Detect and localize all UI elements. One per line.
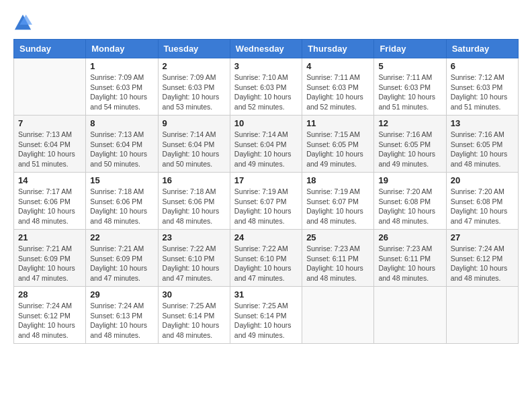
day-info: Sunrise: 7:19 AM Sunset: 6:07 PM Dayligh… bbox=[234, 187, 298, 226]
day-info: Sunrise: 7:11 AM Sunset: 6:03 PM Dayligh… bbox=[306, 73, 369, 112]
day-info: Sunrise: 7:14 AM Sunset: 6:04 PM Dayligh… bbox=[234, 130, 298, 169]
calendar-header-row: SundayMondayTuesdayWednesdayThursdayFrid… bbox=[14, 40, 519, 58]
calendar-cell bbox=[446, 287, 518, 344]
day-number: 26 bbox=[378, 232, 441, 242]
header-monday: Monday bbox=[86, 40, 158, 58]
day-number: 28 bbox=[18, 289, 81, 300]
day-number: 31 bbox=[234, 289, 298, 300]
calendar-cell: 5Sunrise: 7:11 AM Sunset: 6:03 PM Daylig… bbox=[374, 58, 446, 116]
calendar-cell: 6Sunrise: 7:12 AM Sunset: 6:03 PM Daylig… bbox=[446, 58, 518, 116]
day-info: Sunrise: 7:21 AM Sunset: 6:09 PM Dayligh… bbox=[90, 244, 153, 283]
header-wednesday: Wednesday bbox=[230, 40, 302, 58]
day-number: 22 bbox=[90, 232, 153, 242]
day-number: 11 bbox=[306, 118, 369, 128]
day-info: Sunrise: 7:18 AM Sunset: 6:06 PM Dayligh… bbox=[90, 187, 153, 226]
calendar-cell: 13Sunrise: 7:16 AM Sunset: 6:05 PM Dayli… bbox=[446, 116, 518, 173]
calendar-cell: 8Sunrise: 7:13 AM Sunset: 6:04 PM Daylig… bbox=[86, 116, 158, 173]
calendar-cell bbox=[374, 287, 446, 344]
day-number: 27 bbox=[451, 232, 514, 242]
day-number: 25 bbox=[306, 232, 369, 242]
day-number: 30 bbox=[163, 289, 226, 300]
calendar-cell: 16Sunrise: 7:18 AM Sunset: 6:06 PM Dayli… bbox=[158, 173, 230, 230]
day-info: Sunrise: 7:09 AM Sunset: 6:03 PM Dayligh… bbox=[163, 73, 226, 112]
logo-icon bbox=[13, 13, 32, 32]
day-info: Sunrise: 7:16 AM Sunset: 6:05 PM Dayligh… bbox=[378, 130, 441, 169]
calendar-cell: 3Sunrise: 7:10 AM Sunset: 6:03 PM Daylig… bbox=[230, 58, 302, 116]
day-info: Sunrise: 7:22 AM Sunset: 6:10 PM Dayligh… bbox=[234, 244, 298, 283]
calendar-cell: 31Sunrise: 7:25 AM Sunset: 6:14 PM Dayli… bbox=[230, 287, 302, 344]
day-info: Sunrise: 7:21 AM Sunset: 6:09 PM Dayligh… bbox=[18, 244, 81, 283]
day-info: Sunrise: 7:13 AM Sunset: 6:04 PM Dayligh… bbox=[18, 130, 81, 169]
header-tuesday: Tuesday bbox=[158, 40, 230, 58]
calendar-cell: 4Sunrise: 7:11 AM Sunset: 6:03 PM Daylig… bbox=[302, 58, 374, 116]
day-number: 9 bbox=[163, 118, 226, 128]
day-number: 24 bbox=[234, 232, 298, 242]
calendar-cell: 1Sunrise: 7:09 AM Sunset: 6:03 PM Daylig… bbox=[86, 58, 158, 116]
calendar-cell: 17Sunrise: 7:19 AM Sunset: 6:07 PM Dayli… bbox=[230, 173, 302, 230]
day-info: Sunrise: 7:12 AM Sunset: 6:03 PM Dayligh… bbox=[451, 73, 514, 112]
day-number: 12 bbox=[378, 118, 441, 128]
day-number: 21 bbox=[18, 232, 81, 242]
day-number: 16 bbox=[163, 175, 226, 185]
day-number: 10 bbox=[234, 118, 298, 128]
calendar-cell: 9Sunrise: 7:14 AM Sunset: 6:04 PM Daylig… bbox=[158, 116, 230, 173]
calendar-cell: 11Sunrise: 7:15 AM Sunset: 6:05 PM Dayli… bbox=[302, 116, 374, 173]
day-number: 18 bbox=[306, 175, 369, 185]
day-number: 29 bbox=[90, 289, 153, 300]
day-number: 13 bbox=[451, 118, 514, 128]
header-sunday: Sunday bbox=[14, 40, 86, 58]
day-info: Sunrise: 7:17 AM Sunset: 6:06 PM Dayligh… bbox=[18, 187, 81, 226]
day-number: 8 bbox=[90, 118, 153, 128]
calendar-cell bbox=[302, 287, 374, 344]
day-info: Sunrise: 7:25 AM Sunset: 6:14 PM Dayligh… bbox=[163, 301, 226, 340]
day-info: Sunrise: 7:23 AM Sunset: 6:11 PM Dayligh… bbox=[378, 244, 441, 283]
calendar-week-2: 7Sunrise: 7:13 AM Sunset: 6:04 PM Daylig… bbox=[14, 116, 519, 173]
day-number: 6 bbox=[451, 61, 514, 71]
day-number: 3 bbox=[234, 61, 298, 71]
calendar-table: SundayMondayTuesdayWednesdayThursdayFrid… bbox=[13, 39, 519, 344]
calendar-week-5: 28Sunrise: 7:24 AM Sunset: 6:12 PM Dayli… bbox=[14, 287, 519, 344]
day-info: Sunrise: 7:10 AM Sunset: 6:03 PM Dayligh… bbox=[234, 73, 298, 112]
day-info: Sunrise: 7:20 AM Sunset: 6:08 PM Dayligh… bbox=[378, 187, 441, 226]
day-info: Sunrise: 7:24 AM Sunset: 6:12 PM Dayligh… bbox=[18, 301, 81, 340]
day-info: Sunrise: 7:20 AM Sunset: 6:08 PM Dayligh… bbox=[451, 187, 514, 226]
day-number: 17 bbox=[234, 175, 298, 185]
day-info: Sunrise: 7:16 AM Sunset: 6:05 PM Dayligh… bbox=[451, 130, 514, 169]
calendar-cell: 24Sunrise: 7:22 AM Sunset: 6:10 PM Dayli… bbox=[230, 230, 302, 287]
day-info: Sunrise: 7:25 AM Sunset: 6:14 PM Dayligh… bbox=[234, 301, 298, 340]
calendar-cell: 15Sunrise: 7:18 AM Sunset: 6:06 PM Dayli… bbox=[86, 173, 158, 230]
calendar-cell: 27Sunrise: 7:24 AM Sunset: 6:12 PM Dayli… bbox=[446, 230, 518, 287]
day-info: Sunrise: 7:18 AM Sunset: 6:06 PM Dayligh… bbox=[163, 187, 226, 226]
day-info: Sunrise: 7:15 AM Sunset: 6:05 PM Dayligh… bbox=[306, 130, 369, 169]
calendar-cell: 18Sunrise: 7:19 AM Sunset: 6:07 PM Dayli… bbox=[302, 173, 374, 230]
calendar-cell: 28Sunrise: 7:24 AM Sunset: 6:12 PM Dayli… bbox=[14, 287, 86, 344]
calendar-cell: 2Sunrise: 7:09 AM Sunset: 6:03 PM Daylig… bbox=[158, 58, 230, 116]
day-number: 1 bbox=[90, 61, 153, 71]
calendar-cell: 26Sunrise: 7:23 AM Sunset: 6:11 PM Dayli… bbox=[374, 230, 446, 287]
calendar-cell: 7Sunrise: 7:13 AM Sunset: 6:04 PM Daylig… bbox=[14, 116, 86, 173]
page-header bbox=[13, 13, 519, 32]
day-info: Sunrise: 7:19 AM Sunset: 6:07 PM Dayligh… bbox=[306, 187, 369, 226]
day-number: 14 bbox=[18, 175, 81, 185]
header-friday: Friday bbox=[374, 40, 446, 58]
calendar-cell: 20Sunrise: 7:20 AM Sunset: 6:08 PM Dayli… bbox=[446, 173, 518, 230]
day-info: Sunrise: 7:13 AM Sunset: 6:04 PM Dayligh… bbox=[90, 130, 153, 169]
calendar-cell: 19Sunrise: 7:20 AM Sunset: 6:08 PM Dayli… bbox=[374, 173, 446, 230]
calendar-week-4: 21Sunrise: 7:21 AM Sunset: 6:09 PM Dayli… bbox=[14, 230, 519, 287]
day-number: 20 bbox=[451, 175, 514, 185]
calendar-cell: 14Sunrise: 7:17 AM Sunset: 6:06 PM Dayli… bbox=[14, 173, 86, 230]
day-number: 15 bbox=[90, 175, 153, 185]
day-number: 5 bbox=[378, 61, 441, 71]
day-number: 7 bbox=[18, 118, 81, 128]
day-info: Sunrise: 7:22 AM Sunset: 6:10 PM Dayligh… bbox=[163, 244, 226, 283]
calendar-cell: 30Sunrise: 7:25 AM Sunset: 6:14 PM Dayli… bbox=[158, 287, 230, 344]
day-info: Sunrise: 7:23 AM Sunset: 6:11 PM Dayligh… bbox=[306, 244, 369, 283]
calendar-cell: 10Sunrise: 7:14 AM Sunset: 6:04 PM Dayli… bbox=[230, 116, 302, 173]
calendar-cell bbox=[14, 58, 86, 116]
calendar-cell: 29Sunrise: 7:24 AM Sunset: 6:13 PM Dayli… bbox=[86, 287, 158, 344]
calendar-cell: 22Sunrise: 7:21 AM Sunset: 6:09 PM Dayli… bbox=[86, 230, 158, 287]
header-saturday: Saturday bbox=[446, 40, 518, 58]
day-number: 19 bbox=[378, 175, 441, 185]
calendar-week-3: 14Sunrise: 7:17 AM Sunset: 6:06 PM Dayli… bbox=[14, 173, 519, 230]
day-number: 4 bbox=[306, 61, 369, 71]
